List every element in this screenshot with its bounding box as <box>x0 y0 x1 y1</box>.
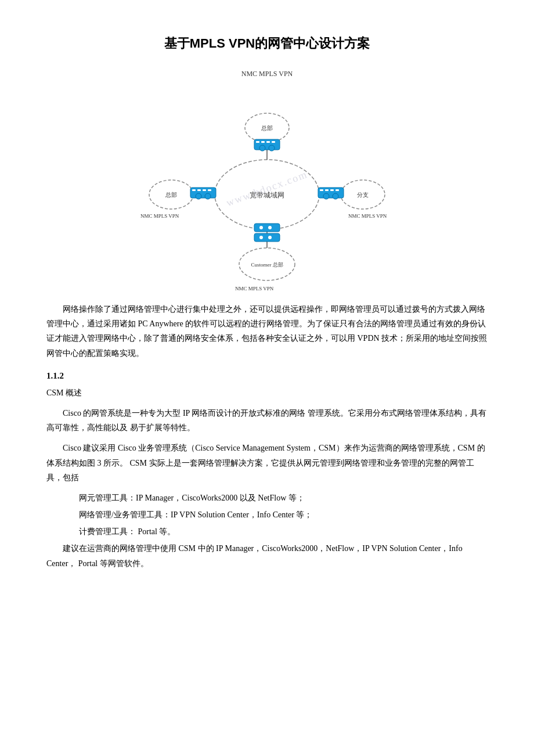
svg-point-26 <box>196 193 201 199</box>
svg-point-34 <box>333 193 338 199</box>
svg-rect-25 <box>208 189 211 191</box>
list-item-2: 网络管理/业务管理工具：IP VPN Solution Center，Info … <box>79 507 488 522</box>
svg-point-20 <box>269 145 275 151</box>
svg-rect-17 <box>266 141 270 143</box>
svg-rect-21 <box>190 188 216 198</box>
svg-rect-29 <box>320 189 323 191</box>
svg-point-38 <box>268 226 272 229</box>
page-title: 基于MPLS VPN的网管中心设计方案 <box>46 35 488 52</box>
paragraph-2: Cisco 的网管系统是一种专为大型 IP 网络而设计的开放式标准的网络 管理系… <box>46 406 488 435</box>
heading-112: 1.1.2 <box>46 371 488 381</box>
network-diagram: www.bdocx.com 宽带城域网 总部 总部 分支 Customer 总部 <box>104 81 430 296</box>
svg-text:总部: 总部 <box>165 192 177 198</box>
svg-text:宽带城域网: 宽带城域网 <box>250 191 284 199</box>
svg-rect-24 <box>203 189 206 191</box>
diagram-top-label: NMC MPLS VPN <box>241 70 293 78</box>
list-item-1: 网元管理工具：IP Manager，CiscoWorks2000 以及 NetF… <box>79 491 488 505</box>
svg-text:总部: 总部 <box>261 125 273 131</box>
svg-text:Customer 总部: Customer 总部 <box>251 262 283 268</box>
svg-rect-35 <box>254 224 280 232</box>
svg-rect-36 <box>254 233 280 242</box>
svg-rect-32 <box>335 189 339 191</box>
svg-point-40 <box>268 236 272 239</box>
svg-rect-18 <box>272 141 275 143</box>
svg-point-39 <box>259 236 263 239</box>
paragraph-3: Cisco 建议采用 Cisco 业务管理系统（Cisco Service Ma… <box>46 441 488 485</box>
page-container: 基于MPLS VPN的网管中心设计方案 NMC MPLS VPN www.bdo… <box>0 0 534 611</box>
svg-rect-22 <box>192 189 196 191</box>
svg-rect-15 <box>256 141 259 143</box>
svg-rect-30 <box>325 189 329 191</box>
svg-rect-23 <box>197 189 201 191</box>
paragraph-4: 建议在运营商的网络管理中使用 CSM 中的 IP Manager，CiscoWo… <box>46 541 488 570</box>
svg-text:分支: 分支 <box>357 192 369 198</box>
svg-text:NMC MPLS VPN: NMC MPLS VPN <box>235 286 274 291</box>
svg-point-37 <box>259 226 263 229</box>
svg-rect-28 <box>318 188 344 198</box>
list-item-3: 计费管理工具： Portal 等。 <box>79 524 488 539</box>
svg-text:NMC MPLS VPN: NMC MPLS VPN <box>140 213 179 219</box>
svg-point-33 <box>323 193 329 199</box>
svg-rect-14 <box>254 139 280 150</box>
csm-title: CSM 概述 <box>46 386 488 400</box>
svg-point-19 <box>259 145 265 151</box>
svg-text:NMC MPLS VPN: NMC MPLS VPN <box>348 213 387 219</box>
svg-point-27 <box>205 193 211 199</box>
network-svg: 宽带城域网 总部 总部 分支 Customer 总部 <box>104 81 430 296</box>
diagram-section: NMC MPLS VPN www.bdocx.com 宽带城域网 总部 总部 分… <box>46 70 488 296</box>
paragraph-1: 网络操作除了通过网络管理中心进行集中处理之外，还可以提供远程操作，即网络管理员可… <box>46 302 488 361</box>
svg-rect-31 <box>330 189 334 191</box>
svg-rect-16 <box>261 141 265 143</box>
